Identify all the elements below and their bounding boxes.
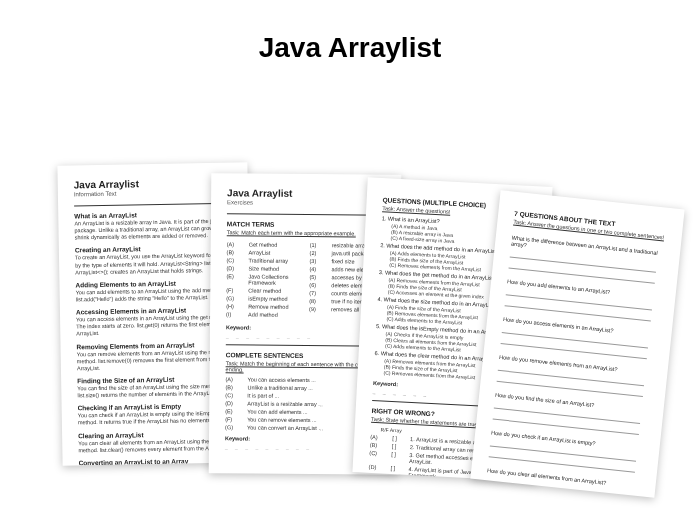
section-body: An ArrayList is a resizable array in Jav… (74, 218, 232, 242)
match-title: MATCH TERMS (227, 220, 385, 228)
main-title: Java Arraylist (0, 0, 700, 64)
page-stack: Java Arraylist Information Text What is … (0, 64, 700, 525)
match-term: (I)Add method (226, 311, 301, 318)
match-term: (G)isEmpty method (226, 295, 301, 302)
divider (74, 203, 232, 207)
match-term: (A)Get method (227, 241, 302, 248)
match-term: (C)Traditional array (227, 257, 302, 264)
page-4-open-questions: 7 QUESTIONS ABOUT THE TEXT Task: Answer … (470, 190, 684, 498)
match-term: (D)Size method (226, 265, 301, 272)
page2-sub: Exercises (227, 199, 385, 206)
page2-heading: Java Arraylist (227, 187, 385, 199)
match-term: (E)Java Collections Framework (226, 273, 301, 286)
match-term: (B)ArrayList (227, 249, 302, 256)
match-task: Task: Match each term with the appropria… (227, 229, 385, 236)
divider (227, 213, 385, 215)
match-term: (F)Clear method (226, 287, 301, 294)
match-term: (H)Remove method (226, 303, 301, 310)
